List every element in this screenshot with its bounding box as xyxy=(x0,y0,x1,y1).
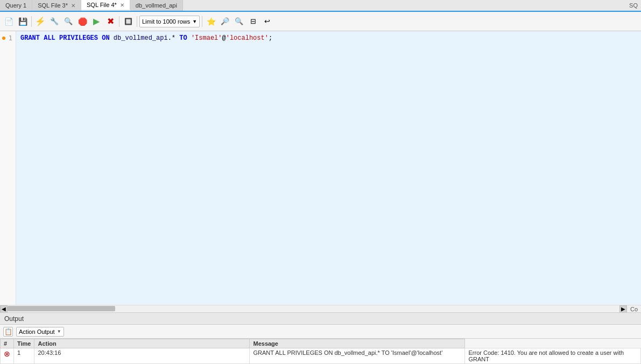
tab-query1[interactable]: Query 1 xyxy=(0,0,32,11)
h-scroll-left-btn[interactable]: ◀ xyxy=(0,305,8,313)
separator-3 xyxy=(137,16,137,27)
h-scroll-thumb[interactable] xyxy=(8,306,115,311)
toolbar: 📄 💾 ⚡ 🔧 🔍 🛑 ▶ ✖ 🔲 Limit to 1000 rows ▼ ⭐… xyxy=(0,12,641,31)
tab-sqlfile4-close[interactable]: ✕ xyxy=(120,2,124,8)
execute-selection-button[interactable]: 🔧 xyxy=(48,15,61,28)
cancel-button[interactable]: ✖ xyxy=(104,15,117,28)
action-output-toolbar: 📋 Action Output ▼ xyxy=(0,325,641,339)
tab-sqlfile3[interactable]: SQL File 3* ✕ xyxy=(32,0,81,11)
indent-button[interactable]: ⊟ xyxy=(246,15,259,28)
col-time: Time xyxy=(14,339,34,348)
tab-db-vollmed[interactable]: db_vollmed_api xyxy=(130,0,183,11)
tab-sqlfile3-close[interactable]: ✕ xyxy=(71,3,75,9)
tab-spacer xyxy=(183,0,626,11)
line-dot-1 xyxy=(2,37,5,40)
tab-db-vollmed-label: db_vollmed_api xyxy=(136,2,177,9)
dot-star: .* xyxy=(168,34,175,42)
semicolon: ; xyxy=(269,34,272,42)
bookmark-button[interactable]: ⭐ xyxy=(205,15,217,28)
h-scroll-right-btn[interactable]: ▶ xyxy=(619,305,627,313)
wrap-button[interactable]: ↩ xyxy=(260,15,273,28)
output-panel: Output 📋 Action Output ▼ # Time Action M… xyxy=(0,312,641,364)
filter-button[interactable]: 🔎 xyxy=(219,15,231,28)
dropdown-arrow-icon: ▼ xyxy=(57,329,61,334)
limit-dropdown[interactable]: Limit to 1000 rows ▼ xyxy=(139,16,200,27)
output-table-container: # Time Action Message ⊗ 1 20:43:16 GRANT… xyxy=(0,339,641,364)
line-number-1: 1 xyxy=(0,33,16,43)
editor-content: 1 GRANT ALL PRIVILEGES ON db_vollmed_api… xyxy=(0,31,641,305)
h-scroll-right-label: Co xyxy=(627,306,641,312)
run-button[interactable]: ▶ xyxy=(90,15,103,28)
limit-label: Limit to 1000 rows xyxy=(142,18,190,25)
row-time: 20:43:16 xyxy=(34,348,250,364)
output-header: Output xyxy=(0,313,641,325)
toggle-icon: 🔲 xyxy=(124,18,132,25)
tab-query1-label: Query 1 xyxy=(5,2,26,9)
explain-button[interactable]: 🔍 xyxy=(62,15,75,28)
new-file-icon: 📄 xyxy=(4,17,13,26)
run-icon: ▶ xyxy=(93,16,100,26)
at-sign: @ xyxy=(222,34,226,42)
code-editor[interactable]: GRANT ALL PRIVILEGES ON db_vollmed_api.*… xyxy=(16,31,641,305)
toggle-button[interactable]: 🔲 xyxy=(122,15,135,28)
limit-dropdown-arrow: ▼ xyxy=(192,19,197,24)
table-row: ⊗ 1 20:43:16 GRANT ALL PRIVILEGES ON db_… xyxy=(1,348,641,364)
wrap-icon: ↩ xyxy=(264,17,270,25)
row-error-icon: ⊗ xyxy=(1,348,14,364)
separator-2 xyxy=(119,16,119,27)
action-output-label: Action Output xyxy=(19,329,55,335)
identifier-db: db_vollmed_api xyxy=(114,34,168,42)
row-message: Error Code: 1410. You are not allowed to… xyxy=(465,348,641,364)
tab-sqlfile3-label: SQL File 3* xyxy=(38,2,68,9)
h-scroll-area: ◀ ▶ Co xyxy=(0,305,641,312)
keyword-to: TO xyxy=(175,34,191,42)
separator-4 xyxy=(202,16,202,27)
string-localhost: 'localhost' xyxy=(226,34,269,42)
tab-sqlfile4[interactable]: SQL File 4* ✕ xyxy=(81,0,130,10)
save-icon: 💾 xyxy=(18,17,27,26)
line-num-1: 1 xyxy=(9,33,12,43)
stop-icon: 🛑 xyxy=(78,17,87,26)
tab-bar: Query 1 SQL File 3* ✕ SQL File 4* ✕ db_v… xyxy=(0,0,641,12)
col-message: Message xyxy=(250,339,465,348)
output-icon-btn[interactable]: 📋 xyxy=(3,327,13,337)
string-ismael: 'Ismael' xyxy=(191,34,222,42)
save-button[interactable]: 💾 xyxy=(16,15,29,28)
line-numbers: 1 xyxy=(0,31,16,305)
tab-right-label: SQ xyxy=(626,0,641,11)
execute-button[interactable]: ⚡ xyxy=(34,15,47,28)
explain-icon: 🔍 xyxy=(64,17,73,25)
separator-1 xyxy=(31,16,32,27)
h-scroll-track[interactable] xyxy=(8,305,619,313)
search-icon: 🔍 xyxy=(235,17,243,25)
tab-sqlfile4-label: SQL File 4* xyxy=(87,2,117,8)
indent-icon: ⊟ xyxy=(250,17,256,25)
error-circle-icon: ⊗ xyxy=(4,349,10,358)
action-output-dropdown[interactable]: Action Output ▼ xyxy=(16,327,64,337)
keyword-grant: GRANT ALL PRIVILEGES ON xyxy=(20,34,114,42)
bookmark-icon: ⭐ xyxy=(207,17,216,26)
new-file-button[interactable]: 📄 xyxy=(2,15,15,28)
output-table: # Time Action Message ⊗ 1 20:43:16 GRANT… xyxy=(0,339,641,364)
col-hash: # xyxy=(1,339,14,348)
cancel-icon: ✖ xyxy=(107,16,114,26)
stop-button[interactable]: 🛑 xyxy=(76,15,89,28)
execute-selection-icon: 🔧 xyxy=(50,17,59,25)
row-action: GRANT ALL PRIVILEGES ON db_vollmed_api.*… xyxy=(250,348,465,364)
editor-area: 1 GRANT ALL PRIVILEGES ON db_vollmed_api… xyxy=(0,31,641,312)
col-action: Action xyxy=(34,339,250,348)
filter-icon: 🔎 xyxy=(221,17,229,25)
output-section-label: Output xyxy=(4,315,24,323)
row-number: 1 xyxy=(14,348,34,364)
execute-icon: ⚡ xyxy=(35,16,46,26)
search-button[interactable]: 🔍 xyxy=(233,15,245,28)
